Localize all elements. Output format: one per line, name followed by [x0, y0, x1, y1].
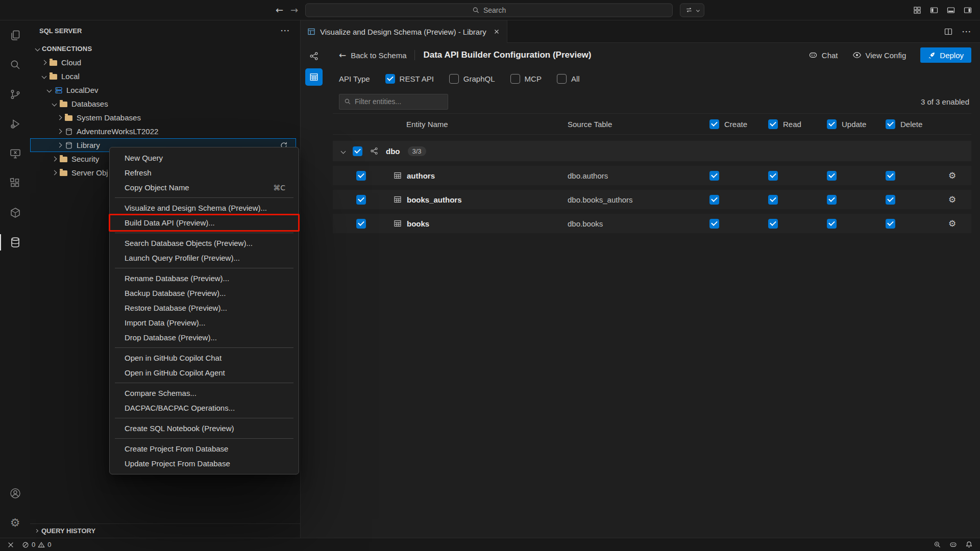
row-enable-checkbox[interactable]: [356, 219, 366, 229]
activity-extensions[interactable]: [0, 168, 30, 198]
schema-diagram-view-button[interactable]: [305, 47, 323, 65]
menu-item-create-sql-notebook[interactable]: Create SQL Notebook (Preview): [110, 421, 299, 436]
menu-item-copy-object-name[interactable]: Copy Object Name⌘C: [110, 180, 299, 195]
chevron-down-icon[interactable]: [341, 148, 346, 154]
menu-item-build-data-api[interactable]: Build Data API (Preview)...: [110, 215, 299, 230]
filter-entities-input[interactable]: [355, 97, 443, 106]
row-enable-checkbox[interactable]: [356, 195, 366, 205]
menu-item-open-copilot-agent[interactable]: Open in GitHub Copilot Agent: [110, 365, 299, 380]
menu-item-dacpac-bacpac[interactable]: DACPAC/BACPAC Operations...: [110, 400, 299, 415]
tree-item-cloud[interactable]: Cloud: [30, 56, 296, 69]
graphql-checkbox[interactable]: [449, 74, 459, 84]
menu-item-rename-database[interactable]: Rename Database (Preview)...: [110, 271, 299, 286]
toggle-sidebar-right-icon[interactable]: [964, 6, 972, 14]
update-checkbox[interactable]: [827, 171, 837, 181]
create-checkbox[interactable]: [709, 171, 719, 181]
tree-item-local[interactable]: Local: [30, 69, 296, 83]
chat-button[interactable]: Chat: [808, 51, 838, 60]
more-actions-icon[interactable]: ⋯: [280, 29, 290, 33]
toggle-panel-bottom-icon[interactable]: [947, 6, 955, 14]
schema-designer-icon: [307, 28, 315, 36]
delete-all-checkbox[interactable]: [886, 119, 895, 129]
delete-checkbox[interactable]: [886, 171, 895, 181]
remote-connection-icon[interactable]: [7, 541, 14, 548]
query-history-section[interactable]: QUERY HISTORY: [30, 523, 300, 538]
tree-item-databases[interactable]: Databases: [30, 97, 296, 111]
split-editor-icon[interactable]: [944, 28, 952, 36]
rest-api-checkbox[interactable]: [385, 74, 395, 84]
search-command-center[interactable]: Search: [305, 3, 673, 17]
menu-item-refresh[interactable]: Refresh: [110, 165, 299, 180]
read-all-checkbox[interactable]: [768, 119, 778, 129]
activity-accounts[interactable]: [0, 479, 30, 508]
update-checkbox[interactable]: [827, 195, 837, 205]
read-checkbox[interactable]: [768, 171, 778, 181]
activity-source-control[interactable]: [0, 80, 30, 109]
row-settings-gear-icon[interactable]: ⚙: [948, 219, 956, 228]
activity-settings[interactable]: ⚙: [0, 508, 30, 538]
table-row-books-authors[interactable]: books_authors dbo.books_authors ⚙: [333, 190, 971, 209]
activity-search[interactable]: [0, 50, 30, 80]
tree-item-system-databases[interactable]: System Databases: [30, 111, 296, 124]
menu-item-visualize-design-schema[interactable]: Visualize and Design Schema (Preview)...: [110, 201, 299, 215]
menu-item-open-copilot-chat[interactable]: Open in GitHub Copilot Chat: [110, 350, 299, 365]
all-checkbox[interactable]: [557, 74, 567, 84]
mcp-checkbox[interactable]: [510, 74, 520, 84]
folder-icon: [48, 73, 58, 80]
deploy-button[interactable]: Deploy: [920, 47, 971, 63]
row-enable-checkbox[interactable]: [356, 171, 366, 181]
menu-item-drop-database[interactable]: Drop Database (Preview)...: [110, 330, 299, 345]
activity-run-debug[interactable]: [0, 109, 30, 139]
tree-item-localdev[interactable]: LocalDev: [30, 83, 296, 97]
read-checkbox[interactable]: [768, 195, 778, 205]
activity-sql-server[interactable]: [0, 228, 30, 257]
activity-remote-explorer[interactable]: [0, 139, 30, 168]
create-all-checkbox[interactable]: [709, 119, 719, 129]
api-builder-view-button[interactable]: [305, 68, 323, 86]
source-table-header: Source Table: [568, 120, 698, 129]
delete-checkbox[interactable]: [886, 219, 895, 229]
schema-group-checkbox[interactable]: [353, 146, 362, 156]
menu-item-backup-database[interactable]: Backup Database (Preview)...: [110, 286, 299, 300]
activity-database-projects[interactable]: [0, 198, 30, 228]
menu-item-restore-database[interactable]: Restore Database (Preview)...: [110, 300, 299, 315]
menu-item-launch-query-profiler[interactable]: Launch Query Profiler (Preview)...: [110, 251, 299, 265]
forward-history-button[interactable]: →: [290, 6, 298, 15]
table-row-books[interactable]: books dbo.books ⚙: [333, 214, 971, 233]
bell-icon[interactable]: [965, 541, 973, 548]
row-settings-gear-icon[interactable]: ⚙: [948, 195, 956, 204]
update-all-checkbox[interactable]: [827, 119, 837, 129]
copilot-session-button[interactable]: [680, 3, 704, 17]
create-checkbox[interactable]: [709, 219, 719, 229]
menu-item-compare-schemas[interactable]: Compare Schemas...: [110, 386, 299, 400]
chevron-right-icon: [35, 529, 38, 533]
update-checkbox[interactable]: [827, 219, 837, 229]
more-actions-icon[interactable]: ⋯: [962, 30, 971, 34]
view-config-button[interactable]: View Config: [852, 51, 906, 60]
toggle-sidebar-left-icon[interactable]: [930, 6, 938, 14]
menu-item-new-query[interactable]: New Query: [110, 151, 299, 165]
read-checkbox[interactable]: [768, 219, 778, 229]
create-checkbox[interactable]: [709, 195, 719, 205]
activity-explorer[interactable]: [0, 20, 30, 50]
problems-indicator[interactable]: 0 0: [22, 541, 51, 548]
back-history-button[interactable]: ←: [276, 6, 283, 15]
grid-squares-icon[interactable]: [913, 6, 921, 14]
tree-section-connections[interactable]: CONNECTIONS: [30, 42, 296, 56]
back-to-schema-link[interactable]: ← Back to Schema: [339, 51, 406, 60]
menu-item-create-project-from-database[interactable]: Create Project From Database: [110, 441, 299, 456]
delete-checkbox[interactable]: [886, 195, 895, 205]
group-count-badge: 3/3: [408, 146, 426, 156]
zoom-icon[interactable]: [934, 541, 941, 548]
copilot-icon[interactable]: [949, 541, 957, 548]
menu-item-update-project-from-database[interactable]: Update Project From Database: [110, 456, 299, 471]
tree-item-adventureworks[interactable]: AdventureWorksLT2022: [30, 124, 296, 138]
row-settings-gear-icon[interactable]: ⚙: [948, 171, 956, 180]
schema-group-row[interactable]: dbo 3/3: [333, 141, 971, 161]
close-icon[interactable]: [493, 28, 500, 35]
tab-schema-designer[interactable]: Visualize and Design Schema (Preview) - …: [301, 20, 507, 43]
table-row-authors[interactable]: authors dbo.authors ⚙: [333, 166, 971, 185]
menu-item-import-data[interactable]: Import Data (Preview)...: [110, 315, 299, 330]
menu-item-search-database-objects[interactable]: Search Database Objects (Preview)...: [110, 236, 299, 251]
command-center: ← → Search: [276, 3, 704, 17]
